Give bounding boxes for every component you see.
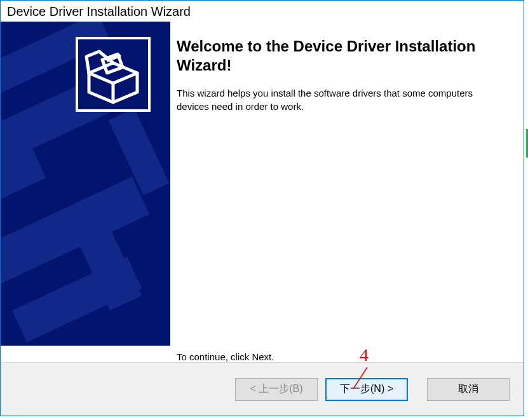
next-button-label: 下一步(N) > xyxy=(340,383,393,396)
wizard-banner xyxy=(1,22,170,346)
back-button-label: < 上一步(B) xyxy=(250,383,302,396)
window-title: Device Driver Installation Wizard xyxy=(7,4,191,18)
content-area: Welcome to the Device Driver Installatio… xyxy=(1,22,524,362)
cancel-button-label: 取消 xyxy=(458,383,478,396)
button-bar: < 上一步(B) 下一步(N) > 取消 xyxy=(1,362,524,416)
next-button[interactable]: 下一步(N) > xyxy=(325,378,408,401)
wizard-window: Device Driver Installation Wizard xyxy=(0,0,524,416)
back-button: < 上一步(B) xyxy=(235,378,318,401)
wizard-content-panel: Welcome to the Device Driver Installatio… xyxy=(170,22,524,362)
cancel-button[interactable]: 取消 xyxy=(427,378,510,401)
title-bar: Device Driver Installation Wizard xyxy=(1,1,524,22)
svg-rect-6 xyxy=(109,108,170,195)
continue-instruction: To continue, click Next. xyxy=(177,351,274,362)
wizard-heading: Welcome to the Device Driver Installatio… xyxy=(177,37,506,75)
device-box-icon xyxy=(76,37,151,112)
wizard-description: This wizard helps you install the softwa… xyxy=(177,86,506,113)
